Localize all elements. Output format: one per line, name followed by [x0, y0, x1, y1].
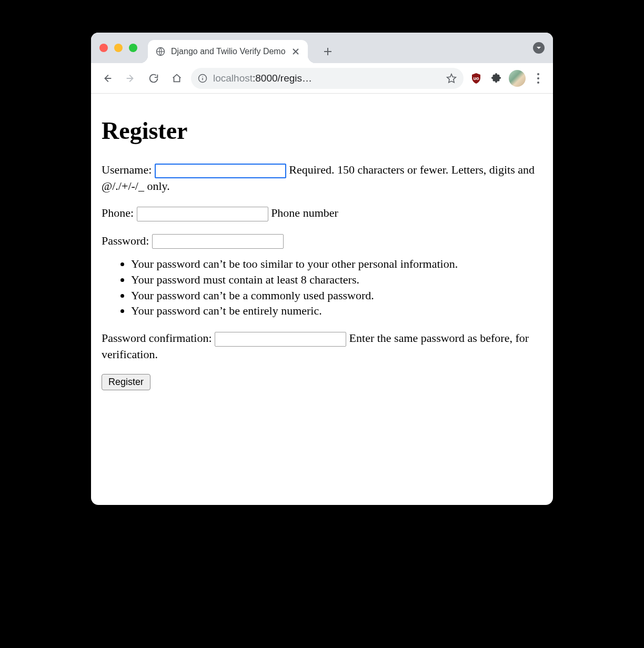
ublock-extension-icon[interactable]: uo	[469, 71, 484, 86]
profile-avatar[interactable]	[509, 70, 526, 87]
phone-help: Phone number	[271, 206, 338, 219]
svg-point-3	[202, 76, 203, 77]
password-help-list: Your password can’t be too similar to yo…	[131, 256, 542, 319]
bookmark-star-icon[interactable]	[446, 73, 457, 84]
tab-search-button[interactable]	[533, 42, 545, 54]
tab-title: Django and Twilio Verify Demo	[171, 47, 286, 56]
traffic-lights	[99, 33, 137, 63]
username-input[interactable]	[155, 164, 286, 178]
password-help-item: Your password can’t be too similar to yo…	[131, 256, 542, 272]
register-button[interactable]: Register	[102, 374, 150, 390]
omnibox-path: :8000/regis…	[253, 73, 312, 84]
browser-tab[interactable]: Django and Twilio Verify Demo	[148, 40, 308, 63]
password-input[interactable]	[152, 234, 284, 249]
phone-row: Phone: Phone number	[102, 205, 542, 221]
window-minimize-button[interactable]	[114, 44, 123, 52]
window-close-button[interactable]	[99, 44, 108, 52]
reload-button[interactable]	[145, 69, 163, 87]
browser-menu-button[interactable]	[531, 71, 546, 86]
phone-input[interactable]	[137, 207, 268, 221]
password-help-item: Your password can’t be a commonly used p…	[131, 288, 542, 303]
extensions-puzzle-icon[interactable]	[489, 71, 504, 86]
browser-window: Django and Twilio Verify Demo	[91, 33, 553, 505]
site-info-icon[interactable]	[197, 73, 208, 84]
tab-close-button[interactable]	[291, 47, 300, 56]
password2-label: Password confirmation:	[102, 331, 212, 345]
username-label: Username:	[102, 163, 152, 176]
back-button[interactable]	[98, 69, 116, 87]
password2-input[interactable]	[215, 332, 346, 347]
svg-text:uo: uo	[474, 76, 479, 81]
browser-toolbar: localhost:8000/regis… uo	[91, 63, 553, 94]
window-zoom-button[interactable]	[129, 44, 137, 52]
password-label: Password:	[102, 234, 149, 247]
username-row: Username: Required. 150 characters or fe…	[102, 162, 542, 194]
tab-strip: Django and Twilio Verify Demo	[91, 33, 553, 63]
home-button[interactable]	[168, 69, 186, 87]
page-content: Register Username: Required. 150 charact…	[91, 94, 553, 505]
new-tab-button[interactable]	[319, 43, 336, 60]
omnibox[interactable]: localhost:8000/regis…	[191, 68, 464, 89]
forward-button[interactable]	[122, 69, 139, 87]
page-title: Register	[102, 115, 542, 147]
password-help-item: Your password must contain at least 8 ch…	[131, 272, 542, 288]
password-row: Password:	[102, 233, 542, 249]
omnibox-host: localhost	[213, 73, 253, 84]
password-help-item: Your password can’t be entirely numeric.	[131, 303, 542, 319]
globe-icon	[155, 46, 166, 57]
password2-row: Password confirmation: Enter the same pa…	[102, 330, 542, 362]
phone-label: Phone:	[102, 206, 134, 219]
omnibox-text: localhost:8000/regis…	[213, 73, 440, 84]
